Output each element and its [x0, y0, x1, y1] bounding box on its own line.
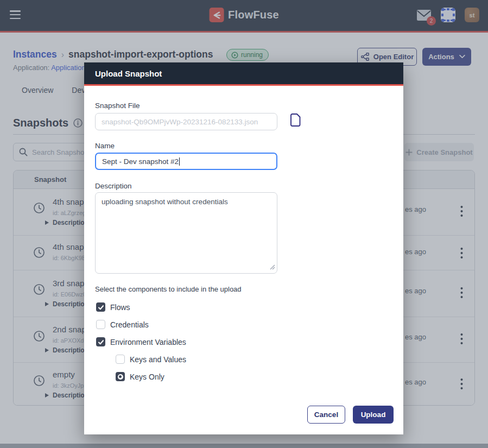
environment-variables-label: Environment Variables: [110, 338, 186, 346]
flows-checkbox[interactable]: [96, 302, 105, 312]
description-label: Description: [95, 182, 132, 190]
dialog-title: Upload Snapshot: [95, 69, 162, 78]
components-label: Select the components to include in the …: [95, 285, 242, 293]
flows-label: Flows: [110, 303, 130, 312]
credentials-label: Credentials: [110, 320, 149, 329]
radio-row-keys-only[interactable]: Keys Only: [116, 372, 164, 381]
dialog-body: Snapshot File snapshot-Qb9OMPjvWp-202312…: [84, 86, 403, 433]
dialog-header: Upload Snapshot: [84, 62, 403, 86]
cancel-button[interactable]: Cancel: [307, 406, 345, 424]
app-window: FlowFuse 2: [0, 0, 488, 448]
snapshot-file-placeholder: snapshot-Qb9OMPjvWp-20231216-082133.json: [102, 118, 258, 126]
credentials-checkbox[interactable]: [96, 320, 105, 329]
keys-only-label: Keys Only: [130, 373, 164, 381]
resize-handle[interactable]: [270, 263, 275, 272]
checkbox-row-environment-variables[interactable]: Environment Variables: [96, 337, 186, 346]
name-input[interactable]: Sept - Dev snapshot #2: [95, 153, 277, 170]
keys-and-values-label: Keys and Values: [130, 355, 186, 364]
keys-only-radio[interactable]: [116, 372, 125, 381]
keys-and-values-radio[interactable]: [116, 355, 125, 364]
choose-file-button[interactable]: [289, 113, 302, 129]
upload-snapshot-dialog: Upload Snapshot Snapshot File snapshot-Q…: [84, 62, 403, 434]
snapshot-file-label: Snapshot File: [95, 102, 140, 110]
upload-button[interactable]: Upload: [353, 406, 394, 424]
description-textarea[interactable]: uploading snapshot without credentials: [95, 192, 277, 274]
checkbox-row-credentials[interactable]: Credentials: [96, 320, 149, 329]
document-icon: [289, 113, 302, 127]
snapshot-file-input[interactable]: snapshot-Qb9OMPjvWp-20231216-082133.json: [95, 113, 277, 130]
environment-variables-checkbox[interactable]: [96, 337, 105, 346]
text-caret: [179, 157, 180, 166]
description-value: uploading snapshot without credentials: [102, 198, 228, 206]
checkbox-row-flows[interactable]: Flows: [96, 302, 130, 312]
name-label: Name: [95, 142, 115, 150]
name-value: Sept - Dev snapshot #2: [102, 157, 179, 166]
radio-row-keys-and-values[interactable]: Keys and Values: [116, 355, 186, 364]
radio-dot: [118, 374, 123, 380]
